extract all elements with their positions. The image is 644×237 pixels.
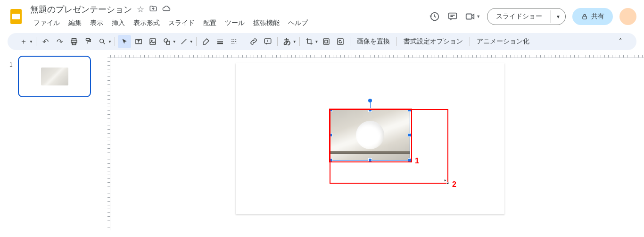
move-folder-icon[interactable]: [149, 4, 157, 15]
rotation-handle[interactable]: [368, 99, 372, 102]
slide-number: 1: [9, 61, 13, 68]
paint-format-button[interactable]: [82, 35, 95, 48]
animation-button[interactable]: アニメーション化: [473, 35, 533, 48]
resize-cursor-icon: [443, 178, 451, 186]
zoom-button[interactable]: [96, 35, 109, 48]
svg-rect-4: [583, 16, 586, 19]
shape-button[interactable]: [160, 35, 173, 48]
collapse-toolbar-button[interactable]: ˄: [614, 35, 627, 48]
svg-rect-8: [86, 38, 90, 41]
share-button[interactable]: 共有: [572, 8, 613, 25]
crop-button[interactable]: [303, 35, 316, 48]
replace-image-button[interactable]: 画像を置換: [353, 35, 394, 48]
menu-extensions[interactable]: 拡張機能: [250, 17, 283, 29]
link-button[interactable]: [247, 35, 260, 48]
vertical-ruler: [99, 58, 110, 230]
star-icon[interactable]: ☆: [137, 4, 144, 15]
lock-icon: [581, 13, 588, 20]
svg-rect-3: [466, 14, 472, 19]
select-tool[interactable]: [118, 35, 131, 48]
slideshow-dropdown[interactable]: ▼: [551, 10, 565, 23]
image-button[interactable]: [146, 35, 159, 48]
mask-button[interactable]: [320, 35, 333, 48]
textbox-button[interactable]: [132, 35, 145, 48]
undo-button[interactable]: ↶: [39, 35, 52, 48]
menu-edit[interactable]: 編集: [65, 17, 85, 29]
svg-rect-11: [150, 39, 156, 44]
print-button[interactable]: [67, 35, 81, 48]
slide-canvas[interactable]: 1 2: [236, 63, 504, 214]
menu-slide[interactable]: スライド: [165, 17, 198, 29]
history-icon[interactable]: [429, 11, 440, 22]
svg-rect-17: [325, 40, 328, 43]
svg-point-9: [100, 39, 104, 43]
canvas-area[interactable]: 1 2: [99, 50, 644, 230]
menu-file[interactable]: ファイル: [30, 17, 63, 29]
border-dash-button[interactable]: [228, 35, 241, 48]
new-slide-button[interactable]: ＋: [17, 35, 30, 48]
comments-icon[interactable]: [447, 11, 458, 22]
slide-panel: 1: [0, 50, 99, 230]
svg-rect-18: [338, 39, 343, 44]
thumbnail-image: [41, 68, 68, 85]
svg-point-12: [151, 40, 152, 41]
menu-insert[interactable]: 挿入: [108, 17, 128, 29]
meet-icon[interactable]: ▼: [465, 11, 480, 22]
svg-rect-1: [12, 14, 20, 19]
redo-button[interactable]: ↷: [53, 35, 66, 48]
cloud-status-icon[interactable]: [162, 4, 171, 15]
format-options-button[interactable]: 書式設定オプション: [400, 35, 467, 48]
input-tool-button[interactable]: あ: [281, 35, 294, 48]
border-weight-button[interactable]: [214, 35, 227, 48]
user-avatar[interactable]: [619, 8, 636, 25]
border-color-button[interactable]: [199, 35, 213, 48]
annotation-label-2: 2: [452, 180, 456, 189]
menu-view[interactable]: 表示: [87, 17, 107, 29]
svg-point-13: [164, 39, 168, 42]
comment-button[interactable]: [261, 35, 274, 48]
app-logo[interactable]: [8, 8, 25, 25]
annotation-label-1: 1: [415, 157, 419, 165]
svg-rect-2: [449, 13, 457, 19]
horizontal-ruler: [110, 50, 644, 58]
svg-rect-16: [323, 39, 329, 44]
menu-help[interactable]: ヘルプ: [285, 17, 311, 29]
menu-tools[interactable]: ツール: [222, 17, 248, 29]
slideshow-button[interactable]: スライドショー: [487, 8, 551, 25]
document-title[interactable]: 無題のプレゼンテーション: [30, 4, 132, 15]
inserted-image[interactable]: [330, 110, 410, 161]
menu-arrange[interactable]: 配置: [200, 17, 220, 29]
share-label: 共有: [591, 12, 604, 21]
reset-image-button[interactable]: [334, 35, 347, 48]
line-button[interactable]: [177, 35, 190, 48]
slide-thumbnail-1[interactable]: [18, 56, 91, 97]
menu-format[interactable]: 表示形式: [130, 17, 163, 29]
